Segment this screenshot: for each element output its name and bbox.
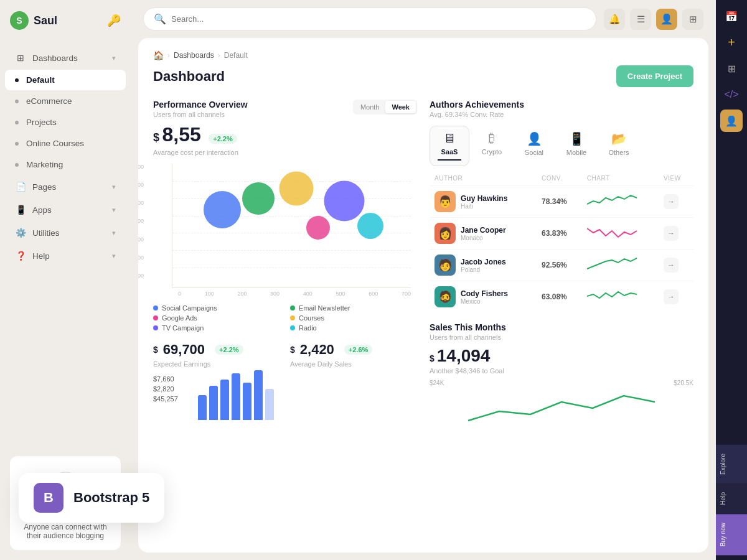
help-tab[interactable]: Help bbox=[716, 483, 747, 514]
user-avatar[interactable]: 👤 bbox=[656, 9, 677, 30]
stats-row: $ 69,700 +2.2% Expected Earnings $ 2,420… bbox=[153, 342, 417, 368]
rs-code-icon[interactable]: </> bbox=[720, 83, 743, 106]
breadcrumb-current: Default bbox=[224, 51, 248, 60]
logo-icon: S bbox=[10, 11, 29, 30]
main-content: 🔍 🔔 ☰ 👤 ⊞ 🏠 › Dashboards › Default Dashb… bbox=[131, 0, 716, 560]
bar-4 bbox=[232, 373, 240, 420]
chevron-icon: ▾ bbox=[112, 206, 116, 214]
performance-card: Performance Overview Users from all chan… bbox=[153, 100, 417, 426]
legend-social: Social Campaigns bbox=[153, 304, 280, 312]
earnings-stat: $ 69,700 +2.2% Expected Earnings bbox=[153, 342, 280, 368]
dot-icon bbox=[15, 142, 19, 146]
authors-card: Authors Achievements Avg. 69.34% Conv. R… bbox=[430, 100, 693, 426]
sep1: › bbox=[167, 51, 170, 60]
sidebar-item-default[interactable]: Default bbox=[5, 70, 126, 90]
tab-social[interactable]: 👤 Social bbox=[514, 126, 554, 166]
bar-7 bbox=[265, 389, 274, 420]
sidebar-logo: S Saul 🔑 bbox=[0, 0, 131, 41]
sidebar-item-help[interactable]: ❓ Help ▾ bbox=[5, 245, 126, 267]
sales-y-labels: $24K $20.5K bbox=[430, 380, 693, 386]
rs-plus-icon[interactable]: + bbox=[720, 31, 743, 54]
sidebar-nav: ⊞ Dashboards ▾ Default eCommerce Project… bbox=[0, 41, 131, 446]
side-values: $7,660 $2,820 $45,257 bbox=[153, 375, 190, 425]
search-input[interactable] bbox=[171, 14, 586, 24]
col-conv: CONV. bbox=[537, 171, 582, 186]
currency-earnings: $ bbox=[153, 345, 158, 355]
sales-currency: $ bbox=[430, 353, 435, 363]
notifications-icon[interactable]: 🔔 bbox=[604, 9, 625, 30]
x-axis-labels: 0100200300400500600700 bbox=[172, 291, 417, 297]
sales-goal: Another $48,346 to Goal bbox=[430, 367, 693, 375]
sales-section: Sales This Months Users from all channel… bbox=[430, 322, 693, 426]
home-icon: 🏠 bbox=[153, 50, 164, 60]
view-btn-1[interactable]: → bbox=[664, 194, 679, 209]
others-icon: 📂 bbox=[611, 131, 627, 146]
bubble-social bbox=[204, 191, 241, 228]
rs-avatar[interactable]: 👤 bbox=[720, 110, 743, 132]
stat-label: Avarage cost per interaction bbox=[153, 149, 417, 156]
bar-5 bbox=[243, 383, 251, 420]
dot-icon bbox=[15, 100, 19, 103]
buy-tab[interactable]: Buy now bbox=[716, 514, 747, 555]
sidebar-item-apps[interactable]: 📱 Apps ▾ bbox=[5, 198, 126, 221]
author-info-3: 🧑 Jacob Jones Poland bbox=[435, 254, 532, 276]
bubble-email bbox=[242, 182, 275, 215]
author-details-4: Cody Fishers Mexico bbox=[461, 289, 508, 305]
sales-subtitle: Users from all channels bbox=[430, 334, 693, 341]
rs-grid-icon[interactable]: ⊞ bbox=[720, 57, 743, 80]
active-underline bbox=[438, 159, 461, 161]
authors-tabs: 🖥 SaaS ₿ Crypto 👤 Social 📱 Mobile bbox=[430, 126, 693, 166]
sidebar-label-default: Default bbox=[26, 75, 55, 85]
view-btn-2[interactable]: → bbox=[664, 226, 679, 241]
view-btn-3[interactable]: → bbox=[664, 258, 679, 273]
sidebar-item-online-courses[interactable]: Online Courses bbox=[5, 133, 126, 154]
tab-crypto[interactable]: ₿ Crypto bbox=[472, 126, 512, 166]
breadcrumb-dashboards[interactable]: Dashboards bbox=[174, 51, 214, 60]
bubble-radio bbox=[357, 213, 383, 239]
sidebar-item-dashboards[interactable]: ⊞ Dashboards ▾ bbox=[5, 47, 126, 69]
daily-badge: +2.6% bbox=[344, 345, 373, 355]
bubble-chart-container: 700 600 500 400 300 200 100 0 bbox=[153, 164, 417, 297]
tab-mobile[interactable]: 📱 Mobile bbox=[557, 126, 596, 166]
author-details-3: Jacob Jones Poland bbox=[461, 258, 506, 273]
avatar-jane: 👩 bbox=[435, 223, 456, 244]
sidebar-item-pages[interactable]: 📄 Pages ▾ bbox=[5, 175, 126, 198]
legend-google: Google Ads bbox=[153, 314, 280, 322]
bubble-tv bbox=[324, 180, 364, 221]
earnings-value: 69,700 bbox=[163, 342, 205, 358]
perf-title-group: Performance Overview Users from all chan… bbox=[153, 100, 248, 118]
app-name: Saul bbox=[34, 14, 57, 27]
create-project-button[interactable]: Create Project bbox=[616, 65, 693, 87]
avatar-cody: 🧔 bbox=[435, 286, 456, 307]
avatar-guy: 👨 bbox=[435, 191, 456, 212]
sidebar-label-utilities: Utilities bbox=[32, 228, 60, 238]
pages-icon: 📄 bbox=[15, 181, 26, 192]
social-icon: 👤 bbox=[527, 131, 542, 146]
bubble-courses bbox=[280, 171, 314, 205]
perf-subtitle: Users from all channels bbox=[153, 111, 248, 118]
rs-calendar-icon[interactable]: 📅 bbox=[720, 5, 743, 27]
explore-tab[interactable]: Explore bbox=[716, 445, 747, 483]
tab-saas[interactable]: 🖥 SaaS bbox=[430, 126, 469, 166]
mobile-icon: 📱 bbox=[569, 131, 585, 146]
chevron-icon: ▾ bbox=[112, 229, 116, 237]
sidebar-item-marketing[interactable]: Marketing bbox=[5, 154, 126, 175]
authors-subtitle: Avg. 69.34% Conv. Rate bbox=[430, 111, 693, 118]
sidebar-item-ecommerce[interactable]: eCommerce bbox=[5, 91, 126, 111]
sidebar-item-utilities[interactable]: ⚙️ Utilities ▾ bbox=[5, 222, 126, 244]
view-btn-4[interactable]: → bbox=[664, 289, 679, 304]
toggle-month-button[interactable]: Month bbox=[354, 101, 386, 113]
chart-guy bbox=[587, 192, 637, 210]
sidebar-item-projects[interactable]: Projects bbox=[5, 112, 126, 133]
toggle-week-button[interactable]: Week bbox=[385, 101, 416, 113]
author-details-2: Jane Cooper Monaco bbox=[461, 226, 506, 241]
help-icon: ❓ bbox=[15, 250, 26, 261]
col-view: VIEW bbox=[659, 171, 693, 186]
daily-label: Average Daily Sales bbox=[290, 360, 417, 368]
settings-icon[interactable]: ☰ bbox=[630, 9, 651, 30]
grid-icon[interactable]: ⊞ bbox=[682, 9, 703, 30]
topbar: 🔍 🔔 ☰ 👤 ⊞ bbox=[131, 0, 716, 38]
search-box[interactable]: 🔍 bbox=[143, 7, 596, 30]
tab-others[interactable]: 📂 Others bbox=[599, 126, 639, 166]
apps-icon: 📱 bbox=[15, 204, 26, 215]
